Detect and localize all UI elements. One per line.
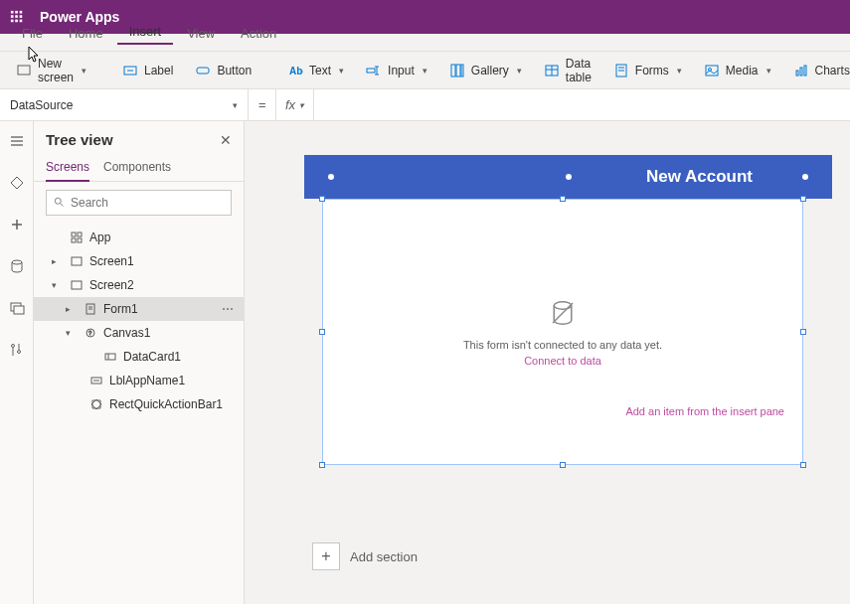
new-screen-button[interactable]: New screen▾ <box>8 53 94 88</box>
svg-rect-46 <box>78 232 82 236</box>
tree: App ▸ Screen1 ▾ Screen2 ▸ Form1 ⋯ ▾ ? <box>34 224 244 418</box>
canvas-screen-header[interactable]: New Account <box>304 155 832 199</box>
canvas-icon: ? <box>84 326 97 340</box>
input-label: Input <box>388 64 415 77</box>
tree-node-form1[interactable]: ▸ Form1 ⋯ <box>34 297 244 321</box>
rail-insert-icon[interactable] <box>5 171 29 195</box>
label-icon <box>89 374 103 387</box>
svg-rect-47 <box>72 238 76 242</box>
chevron-down-icon: ▾ <box>423 66 427 76</box>
canvas-area[interactable]: New Account This form isn't connected to… <box>245 121 850 604</box>
svg-rect-56 <box>105 354 115 360</box>
label-button[interactable]: Label <box>114 59 181 82</box>
button-button[interactable]: Button <box>187 59 259 82</box>
tree-node-canvas1[interactable]: ▾ ? Canvas1 <box>34 321 244 345</box>
svg-rect-50 <box>72 281 82 289</box>
equals-label: = <box>249 89 276 120</box>
datatable-button[interactable]: Data table <box>536 53 599 88</box>
text-button[interactable]: Abc Text▾ <box>279 59 352 82</box>
insert-pane-link[interactable]: Add an item from the insert pane <box>625 405 784 417</box>
svg-point-39 <box>11 345 14 348</box>
caret-down-icon: ▾ <box>52 280 64 290</box>
text-label: Text <box>309 64 331 77</box>
search-box[interactable] <box>46 190 232 216</box>
svg-rect-0 <box>11 11 14 14</box>
property-name: DataSource <box>10 98 73 112</box>
svg-rect-2 <box>20 11 23 14</box>
svg-rect-24 <box>706 66 718 76</box>
tree-node-label: DataCard1 <box>123 350 181 364</box>
forms-button[interactable]: Forms▾ <box>605 59 690 82</box>
forms-icon <box>613 63 629 78</box>
tree-tabs: Screens Components <box>34 154 244 182</box>
menu-home[interactable]: Home <box>57 22 115 45</box>
tree-node-rectquick[interactable]: RectQuickActionBar1 <box>34 392 244 416</box>
left-rail <box>0 121 34 604</box>
input-button[interactable]: Input▾ <box>358 59 435 82</box>
handle-dot <box>802 174 808 180</box>
media-button[interactable]: Media▾ <box>696 59 779 82</box>
tree-node-app[interactable]: App <box>34 226 244 249</box>
forms-label: Forms <box>635 64 669 77</box>
svg-point-60 <box>554 301 572 309</box>
menu-view[interactable]: View <box>175 22 227 45</box>
svg-rect-12 <box>197 68 209 74</box>
chevron-down-icon: ▾ <box>233 100 238 110</box>
svg-text:Abc: Abc <box>289 66 303 77</box>
form-empty-message: This form isn't connected to any data ye… <box>463 339 662 351</box>
label-text: Label <box>144 64 173 77</box>
resize-handle[interactable] <box>560 196 566 202</box>
form-control[interactable]: This form isn't connected to any data ye… <box>322 199 803 465</box>
svg-rect-48 <box>78 238 82 242</box>
add-section-label: Add section <box>350 549 418 564</box>
property-selector[interactable]: DataSource ▾ <box>0 89 249 120</box>
resize-handle[interactable] <box>800 462 806 468</box>
tree-node-label: Canvas1 <box>103 326 150 340</box>
menu-insert[interactable]: Insert <box>117 20 174 45</box>
resize-handle[interactable] <box>560 462 566 468</box>
tree-node-label: RectQuickActionBar1 <box>109 397 223 411</box>
tree-node-screen1[interactable]: ▸ Screen1 <box>34 249 244 273</box>
charts-button[interactable]: Charts▾ <box>785 59 850 82</box>
svg-rect-4 <box>15 15 18 18</box>
tree-node-datacard1[interactable]: DataCard1 <box>34 345 244 369</box>
svg-rect-15 <box>451 65 455 77</box>
tree-node-lblappname[interactable]: LblAppName1 <box>34 369 244 392</box>
resize-handle[interactable] <box>319 462 325 468</box>
search-input[interactable] <box>71 196 225 210</box>
resize-handle[interactable] <box>800 329 806 335</box>
tree-node-label: Form1 <box>103 302 138 316</box>
tab-components[interactable]: Components <box>103 154 171 181</box>
table-icon <box>544 63 560 78</box>
resize-handle[interactable] <box>319 329 325 335</box>
gallery-button[interactable]: Gallery▾ <box>441 59 530 82</box>
resize-handle[interactable] <box>319 196 325 202</box>
tree-node-label: LblAppName1 <box>109 374 185 387</box>
rail-advanced-icon[interactable] <box>5 338 29 362</box>
new-screen-label: New screen <box>38 57 74 84</box>
chevron-down-icon: ▾ <box>677 66 682 76</box>
form-icon <box>84 302 97 316</box>
screen-icon <box>70 278 84 292</box>
button-text: Button <box>217 64 252 77</box>
tab-screens[interactable]: Screens <box>46 154 89 182</box>
charts-label: Charts <box>815 64 850 77</box>
rail-media-icon[interactable] <box>5 296 29 320</box>
fx-button[interactable]: fx▾ <box>276 89 314 120</box>
add-section-button[interactable]: + Add section <box>312 542 418 570</box>
tree-node-screen2[interactable]: ▾ Screen2 <box>34 273 244 297</box>
rail-data-icon[interactable] <box>5 254 29 278</box>
formula-input[interactable] <box>314 89 850 120</box>
svg-rect-9 <box>18 66 30 75</box>
close-icon[interactable]: ✕ <box>220 132 232 148</box>
more-icon[interactable]: ⋯ <box>222 302 234 316</box>
menu-file[interactable]: File <box>10 22 55 45</box>
connect-data-link[interactable]: Connect to data <box>524 355 601 367</box>
rail-add-icon[interactable] <box>5 213 29 236</box>
svg-rect-3 <box>11 15 14 18</box>
resize-handle[interactable] <box>800 196 806 202</box>
svg-rect-17 <box>461 65 463 77</box>
rail-tree-icon[interactable] <box>5 129 29 153</box>
svg-rect-27 <box>800 68 802 76</box>
menu-action[interactable]: Action <box>229 22 288 45</box>
